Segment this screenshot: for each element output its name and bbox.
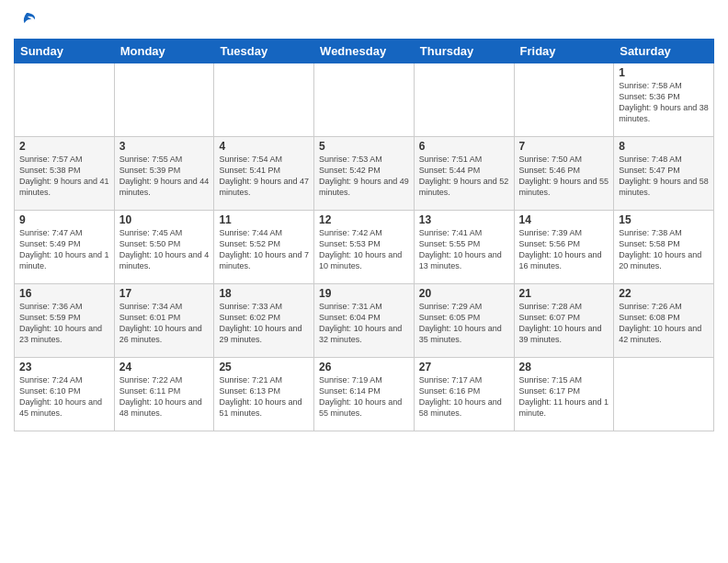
calendar-cell: 26Sunrise: 7:19 AM Sunset: 6:14 PM Dayli…	[314, 358, 415, 431]
day-info: Sunrise: 7:15 AM Sunset: 6:17 PM Dayligh…	[519, 374, 609, 419]
day-info: Sunrise: 7:26 AM Sunset: 6:08 PM Dayligh…	[619, 301, 709, 346]
calendar-cell: 20Sunrise: 7:29 AM Sunset: 6:05 PM Dayli…	[414, 284, 514, 358]
calendar-cell: 16Sunrise: 7:36 AM Sunset: 5:59 PM Dayli…	[15, 284, 115, 358]
calendar-cell	[414, 63, 514, 137]
day-number: 4	[219, 140, 309, 153]
weekday-header-sunday: Sunday	[15, 40, 115, 63]
day-info: Sunrise: 7:17 AM Sunset: 6:16 PM Dayligh…	[419, 374, 509, 419]
day-number: 7	[519, 140, 609, 153]
day-info: Sunrise: 7:22 AM Sunset: 6:11 PM Dayligh…	[119, 374, 210, 419]
day-number: 20	[419, 287, 509, 300]
calendar-cell: 15Sunrise: 7:38 AM Sunset: 5:58 PM Dayli…	[614, 211, 714, 284]
calendar-cell: 7Sunrise: 7:50 AM Sunset: 5:46 PM Daylig…	[514, 137, 614, 211]
calendar-cell: 28Sunrise: 7:15 AM Sunset: 6:17 PM Dayli…	[514, 358, 614, 431]
day-info: Sunrise: 7:31 AM Sunset: 6:04 PM Dayligh…	[319, 301, 409, 346]
day-number: 28	[519, 361, 609, 373]
day-number: 27	[419, 361, 509, 373]
week-row-3: 16Sunrise: 7:36 AM Sunset: 5:59 PM Dayli…	[15, 284, 714, 358]
day-info: Sunrise: 7:55 AM Sunset: 5:39 PM Dayligh…	[119, 154, 210, 199]
day-number: 17	[119, 287, 210, 300]
day-info: Sunrise: 7:44 AM Sunset: 5:52 PM Dayligh…	[219, 227, 309, 272]
calendar-cell: 4Sunrise: 7:54 AM Sunset: 5:41 PM Daylig…	[214, 137, 314, 211]
day-info: Sunrise: 7:38 AM Sunset: 5:58 PM Dayligh…	[619, 227, 709, 272]
calendar-cell: 13Sunrise: 7:41 AM Sunset: 5:55 PM Dayli…	[414, 211, 514, 284]
logo	[14, 9, 38, 31]
day-number: 22	[619, 287, 709, 300]
calendar-cell: 17Sunrise: 7:34 AM Sunset: 6:01 PM Dayli…	[114, 284, 214, 358]
calendar-cell: 8Sunrise: 7:48 AM Sunset: 5:47 PM Daylig…	[614, 137, 714, 211]
day-info: Sunrise: 7:21 AM Sunset: 6:13 PM Dayligh…	[219, 374, 309, 419]
calendar-cell: 9Sunrise: 7:47 AM Sunset: 5:49 PM Daylig…	[15, 211, 115, 284]
day-number: 14	[519, 213, 609, 226]
day-number: 26	[319, 361, 409, 373]
weekday-header-friday: Friday	[514, 40, 614, 63]
day-number: 15	[619, 213, 709, 226]
day-info: Sunrise: 7:33 AM Sunset: 6:02 PM Dayligh…	[219, 301, 309, 346]
day-info: Sunrise: 7:34 AM Sunset: 6:01 PM Dayligh…	[119, 301, 210, 346]
calendar-cell: 18Sunrise: 7:33 AM Sunset: 6:02 PM Dayli…	[214, 284, 314, 358]
calendar-cell: 3Sunrise: 7:55 AM Sunset: 5:39 PM Daylig…	[114, 137, 214, 211]
day-info: Sunrise: 7:19 AM Sunset: 6:14 PM Dayligh…	[319, 374, 409, 419]
calendar-cell: 21Sunrise: 7:28 AM Sunset: 6:07 PM Dayli…	[514, 284, 614, 358]
page: SundayMondayTuesdayWednesdayThursdayFrid…	[0, 0, 728, 563]
calendar-cell: 2Sunrise: 7:57 AM Sunset: 5:38 PM Daylig…	[15, 137, 115, 211]
day-number: 13	[419, 213, 509, 226]
day-info: Sunrise: 7:48 AM Sunset: 5:47 PM Dayligh…	[619, 154, 709, 199]
day-info: Sunrise: 7:53 AM Sunset: 5:42 PM Dayligh…	[319, 154, 409, 199]
calendar-cell: 22Sunrise: 7:26 AM Sunset: 6:08 PM Dayli…	[614, 284, 714, 358]
calendar-cell: 25Sunrise: 7:21 AM Sunset: 6:13 PM Dayli…	[214, 358, 314, 431]
week-row-1: 2Sunrise: 7:57 AM Sunset: 5:38 PM Daylig…	[15, 137, 714, 211]
day-number: 23	[19, 361, 109, 373]
calendar-cell	[314, 63, 415, 137]
day-info: Sunrise: 7:41 AM Sunset: 5:55 PM Dayligh…	[419, 227, 509, 272]
day-number: 3	[119, 140, 210, 153]
weekday-header-monday: Monday	[114, 40, 214, 63]
day-number: 21	[519, 287, 609, 300]
day-number: 16	[19, 287, 109, 300]
calendar-cell: 14Sunrise: 7:39 AM Sunset: 5:56 PM Dayli…	[514, 211, 614, 284]
calendar-cell: 23Sunrise: 7:24 AM Sunset: 6:10 PM Dayli…	[15, 358, 115, 431]
calendar-cell	[514, 63, 614, 137]
calendar-cell: 10Sunrise: 7:45 AM Sunset: 5:50 PM Dayli…	[114, 211, 214, 284]
calendar-cell: 5Sunrise: 7:53 AM Sunset: 5:42 PM Daylig…	[314, 137, 415, 211]
calendar-cell: 1Sunrise: 7:58 AM Sunset: 5:36 PM Daylig…	[614, 63, 714, 137]
day-number: 6	[419, 140, 509, 153]
calendar-cell: 6Sunrise: 7:51 AM Sunset: 5:44 PM Daylig…	[414, 137, 514, 211]
day-info: Sunrise: 7:54 AM Sunset: 5:41 PM Dayligh…	[219, 154, 309, 199]
day-info: Sunrise: 7:24 AM Sunset: 6:10 PM Dayligh…	[19, 374, 109, 419]
day-info: Sunrise: 7:57 AM Sunset: 5:38 PM Dayligh…	[19, 154, 109, 199]
calendar-cell: 11Sunrise: 7:44 AM Sunset: 5:52 PM Dayli…	[214, 211, 314, 284]
day-info: Sunrise: 7:39 AM Sunset: 5:56 PM Dayligh…	[519, 227, 609, 272]
day-number: 1	[619, 66, 709, 79]
calendar-cell: 12Sunrise: 7:42 AM Sunset: 5:53 PM Dayli…	[314, 211, 415, 284]
weekday-header-saturday: Saturday	[614, 40, 714, 63]
day-info: Sunrise: 7:51 AM Sunset: 5:44 PM Dayligh…	[419, 154, 509, 199]
day-info: Sunrise: 7:47 AM Sunset: 5:49 PM Dayligh…	[19, 227, 109, 272]
calendar-cell	[214, 63, 314, 137]
day-info: Sunrise: 7:29 AM Sunset: 6:05 PM Dayligh…	[419, 301, 509, 346]
calendar-cell: 27Sunrise: 7:17 AM Sunset: 6:16 PM Dayli…	[414, 358, 514, 431]
day-number: 8	[619, 140, 709, 153]
logo-bird-icon	[16, 9, 38, 31]
day-number: 5	[319, 140, 409, 153]
day-info: Sunrise: 7:36 AM Sunset: 5:59 PM Dayligh…	[19, 301, 109, 346]
weekday-header-thursday: Thursday	[414, 40, 514, 63]
calendar-cell	[15, 63, 115, 137]
day-number: 9	[19, 213, 109, 226]
day-info: Sunrise: 7:50 AM Sunset: 5:46 PM Dayligh…	[519, 154, 609, 199]
calendar-cell	[114, 63, 214, 137]
weekday-header-wednesday: Wednesday	[314, 40, 415, 63]
week-row-2: 9Sunrise: 7:47 AM Sunset: 5:49 PM Daylig…	[15, 211, 714, 284]
day-info: Sunrise: 7:42 AM Sunset: 5:53 PM Dayligh…	[319, 227, 409, 272]
day-number: 11	[219, 213, 309, 226]
calendar-cell	[614, 358, 714, 431]
header	[14, 9, 714, 31]
day-info: Sunrise: 7:58 AM Sunset: 5:36 PM Dayligh…	[619, 80, 709, 125]
day-number: 10	[119, 213, 210, 226]
day-number: 19	[319, 287, 409, 300]
day-info: Sunrise: 7:28 AM Sunset: 6:07 PM Dayligh…	[519, 301, 609, 346]
day-number: 24	[119, 361, 210, 373]
calendar-cell: 19Sunrise: 7:31 AM Sunset: 6:04 PM Dayli…	[314, 284, 415, 358]
week-row-4: 23Sunrise: 7:24 AM Sunset: 6:10 PM Dayli…	[15, 358, 714, 431]
day-number: 25	[219, 361, 309, 373]
